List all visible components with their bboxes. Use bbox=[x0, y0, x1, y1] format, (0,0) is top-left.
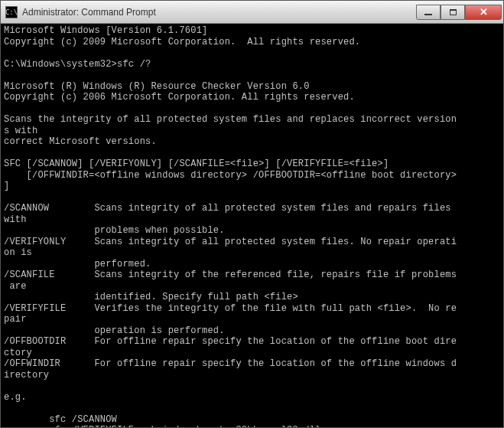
close-button[interactable]: ✕ bbox=[465, 5, 502, 20]
window-title: Administrator: Command Prompt bbox=[22, 7, 416, 18]
app-icon-label: C:\ bbox=[5, 8, 18, 16]
maximize-button[interactable] bbox=[441, 5, 465, 20]
app-icon: C:\ bbox=[5, 6, 18, 18]
minimize-button[interactable] bbox=[416, 5, 441, 20]
maximize-icon bbox=[450, 9, 457, 15]
minimize-icon bbox=[424, 14, 432, 15]
window-controls: ✕ bbox=[416, 5, 502, 20]
terminal-text: Microsoft Windows [Version 6.1.7601] Cop… bbox=[4, 25, 457, 427]
close-icon: ✕ bbox=[480, 6, 488, 18]
titlebar[interactable]: C:\ Administrator: Command Prompt ✕ bbox=[1, 1, 503, 24]
terminal-output[interactable]: Microsoft Windows [Version 6.1.7601] Cop… bbox=[1, 24, 503, 427]
command-prompt-window: C:\ Administrator: Command Prompt ✕ Micr… bbox=[0, 0, 504, 428]
